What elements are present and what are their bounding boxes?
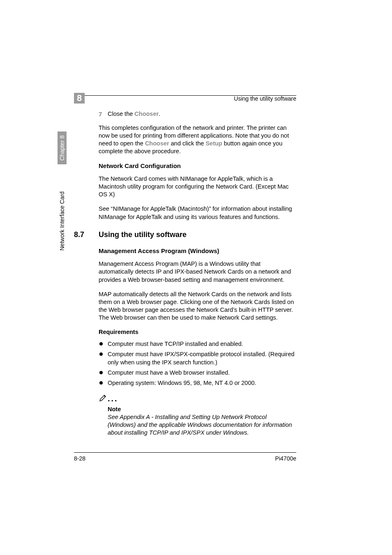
header-title: Using the utility software — [234, 95, 296, 102]
side-tab: Chapter 8 Network Interface Card — [58, 131, 69, 255]
note-block: ... Note See Appendix A - Installing and… — [108, 393, 296, 437]
page-body: 8 Using the utility software 7 Close the… — [74, 86, 296, 437]
step-number: 7 — [99, 110, 108, 118]
side-chapter-badge: Chapter 8 — [58, 131, 67, 164]
paragraph-netcard-1: The Network Card comes with NIManage for… — [99, 175, 296, 198]
heading-requirements: Requirements — [99, 328, 296, 336]
section-title: Using the utility software — [99, 230, 187, 240]
note-title: Note — [108, 405, 296, 413]
para1-p2: and click the — [169, 140, 206, 147]
note-dots-icon: ... — [108, 394, 118, 403]
pencil-icon — [99, 393, 108, 404]
step-text: Close the Chooser. — [108, 110, 296, 118]
chooser-label: Chooser — [134, 111, 159, 117]
setup-label: Setup — [205, 140, 222, 147]
chapter-number-badge: 8 — [74, 93, 85, 104]
product-name: Pi4700e — [275, 455, 296, 462]
footer-rule — [74, 452, 296, 453]
chooser-label-2: Chooser — [145, 140, 169, 147]
paragraph-map-2: MAP automatically detects all the Networ… — [99, 290, 296, 322]
step-text-post: . — [159, 111, 160, 117]
page-header: 8 Using the utility software — [74, 95, 296, 96]
heading-network-card-config: Network Card Configuration — [99, 162, 296, 170]
list-item: Operating system: Windows 95, 98, Me, NT… — [99, 379, 296, 387]
paragraph-map-1: Management Access Program (MAP) is a Win… — [99, 260, 296, 283]
paragraph-netcard-2: See “NIManage for AppleTalk (Macintosh)”… — [99, 205, 296, 221]
list-item: Computer must have a Web browser install… — [99, 369, 296, 377]
paragraph-completion: This completes configuration of the netw… — [99, 124, 296, 156]
note-body: See Appendix A - Installing and Setting … — [108, 413, 296, 437]
section-heading: 8.7 Using the utility software — [99, 230, 296, 240]
page-footer: 8-28 Pi4700e — [74, 452, 296, 462]
list-item: Computer must have IPX/SPX-compatible pr… — [99, 350, 296, 366]
step-text-pre: Close the — [108, 111, 134, 117]
requirements-list: Computer must have TCP/IP installed and … — [99, 340, 296, 387]
section-number: 8.7 — [74, 230, 99, 240]
list-item: Computer must have TCP/IP installed and … — [99, 340, 296, 348]
heading-map: Management Access Program (Windows) — [99, 247, 296, 255]
side-section-label: Network Interface Card — [58, 168, 67, 251]
step-7: 7 Close the Chooser. — [99, 110, 296, 118]
content-area: 7 Close the Chooser. This completes conf… — [99, 110, 296, 437]
page-number: 8-28 — [74, 455, 85, 462]
